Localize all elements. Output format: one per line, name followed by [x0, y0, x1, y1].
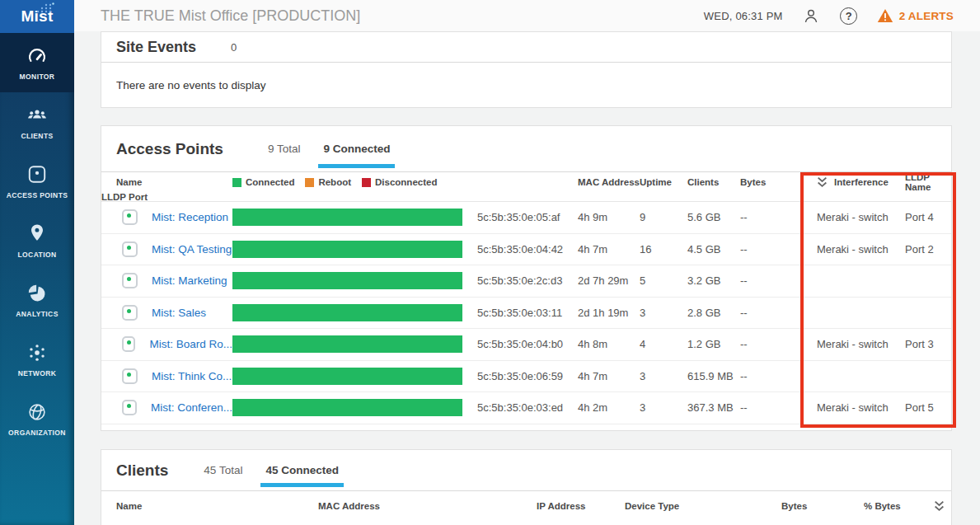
col-lldp-name[interactable]: LLDP Name — [905, 172, 951, 192]
double-chevron-down-icon[interactable] — [817, 176, 828, 188]
alerts-count-label: 2 ALERTS — [899, 10, 954, 22]
ap-name-link[interactable]: Mist: Sales — [152, 307, 206, 319]
col-bytes[interactable]: Bytes — [781, 501, 864, 511]
ap-table-header: Name Connected Reboot Disconnected MAC A… — [101, 172, 951, 202]
bytes: 1.2 GB — [687, 338, 740, 350]
ap-status-icon — [122, 400, 137, 415]
site-events-title-row: Site Events 0 — [101, 32, 951, 63]
ap-name-link[interactable]: Mist: Marketing — [152, 274, 227, 287]
tab-clients-connected[interactable]: 45 Connected — [260, 450, 344, 490]
connected-status-bar — [232, 209, 462, 226]
clients-table-header: Name MAC Address IP Address Device Type … — [101, 491, 951, 521]
lldp-port: Port 3 — [905, 338, 951, 350]
clients-count: 5 — [640, 274, 687, 287]
alerts-button[interactable]: 2 ALERTS — [877, 8, 954, 23]
legend-connected: Connected — [232, 177, 294, 187]
ap-status-icon — [122, 368, 138, 384]
ap-name-link[interactable]: Mist: Board Ro... — [149, 338, 232, 350]
reboot-swatch — [305, 178, 314, 187]
mac-address: 5c:5b:35:0e:04:42 — [477, 243, 578, 255]
interference: -- — [740, 307, 817, 319]
connected-status-bar — [232, 304, 462, 321]
sidebar-item-network[interactable]: NETWORK — [0, 330, 74, 389]
col-lldp-port[interactable]: LLDP Port — [101, 192, 232, 202]
sidebar: Mist MONITOR — [0, 0, 74, 525]
table-row: Mist: Marketing 5c:5b:35:0e:2c:d3 2d 7h … — [101, 265, 951, 298]
sidebar-item-label: CLIENTS — [21, 132, 53, 140]
sidebar-item-clients[interactable]: CLIENTS — [0, 92, 74, 152]
sidebar-item-organization[interactable]: ORGANIZATION — [0, 389, 74, 448]
col-device-type[interactable]: Device Type — [625, 501, 781, 511]
uptime: 4h 7m — [578, 243, 640, 255]
bytes: 367.3 MB — [687, 401, 740, 414]
col-interference[interactable]: Interference — [834, 177, 889, 187]
ap-status-icon — [122, 305, 138, 321]
connected-swatch — [232, 178, 241, 187]
site-events-empty-message: There are no events to display — [101, 63, 951, 108]
clients-title-row: Clients 45 Total 45 Connected — [101, 450, 951, 491]
sidebar-item-analytics[interactable]: ANALYTICS — [0, 270, 74, 330]
lldp-name: Meraki - switch — [817, 211, 905, 223]
uptime: 4h 8m — [578, 338, 640, 350]
lldp-port: Port 4 — [905, 211, 951, 223]
sidebar-nav: MONITOR CLIENTS — [0, 33, 74, 448]
double-chevron-down-icon[interactable] — [934, 500, 945, 512]
table-row: Mist: Board Ro... 5c:5b:35:0e:04:b0 4h 8… — [101, 329, 951, 361]
col-name[interactable]: Name — [101, 177, 232, 187]
lldp-port: Port 5 — [905, 401, 951, 414]
col-name[interactable]: Name — [116, 501, 318, 511]
interference: -- — [740, 274, 817, 287]
ap-name-link[interactable]: Mist: Think Co... — [152, 370, 232, 382]
access-points-title: Access Points — [116, 140, 223, 158]
ap-name-link[interactable]: Mist: Conferen... — [151, 401, 232, 414]
table-row: Mist: Think Co... 5c:5b:35:0e:06:59 4h 7… — [101, 361, 951, 393]
help-icon[interactable]: ? — [839, 6, 859, 26]
sidebar-item-location[interactable]: LOCATION — [0, 211, 74, 270]
disconnected-swatch — [362, 178, 371, 187]
col-mac[interactable]: MAC Address — [318, 501, 537, 511]
tab-ap-total[interactable]: 9 Total — [263, 126, 306, 171]
clients-count: 3 — [640, 307, 687, 319]
clients-title: Clients — [116, 462, 168, 480]
table-row: Mist: Sales 5c:5b:35:0e:03:11 2d 1h 19m … — [101, 298, 951, 330]
mac-address: 5c:5b:35:0e:04:b0 — [477, 338, 578, 350]
col-ip[interactable]: IP Address — [537, 501, 625, 511]
col-clients[interactable]: Clients — [687, 177, 740, 187]
col-pct-bytes[interactable]: % Bytes — [864, 501, 934, 511]
sidebar-item-monitor[interactable]: MONITOR — [0, 33, 74, 92]
uptime: 2d 7h 29m — [578, 274, 640, 287]
col-bytes[interactable]: Bytes — [740, 177, 817, 187]
mac-address: 5c:5b:35:0e:03:ed — [477, 401, 578, 414]
lldp-name: Meraki - switch — [817, 401, 905, 414]
col-uptime[interactable]: Uptime — [640, 177, 687, 187]
top-header: THE TRUE Mist Office [PRODUCTION] WED, 0… — [74, 0, 980, 31]
clients-count: 9 — [640, 211, 687, 223]
bytes: 2.8 GB — [687, 307, 740, 319]
clients-count: 16 — [640, 243, 687, 255]
mist-logo[interactable]: Mist — [0, 0, 74, 33]
lldp-port: Port 2 — [905, 243, 951, 255]
sidebar-item-access-points[interactable]: ACCESS POINTS — [0, 152, 74, 211]
uptime: 4h 2m — [578, 401, 640, 414]
sidebar-item-label: ACCESS POINTS — [7, 191, 68, 199]
sidebar-item-label: LOCATION — [18, 251, 57, 259]
sidebar-item-label: ANALYTICS — [16, 310, 58, 318]
connected-status-bar — [232, 335, 462, 353]
col-mac[interactable]: MAC Address — [578, 177, 640, 187]
user-account-icon[interactable] — [801, 6, 821, 26]
tab-clients-total[interactable]: 45 Total — [199, 450, 247, 490]
interference: -- — [740, 243, 817, 255]
ap-status-icon — [122, 209, 138, 225]
ap-status-icon — [122, 336, 135, 352]
ap-name-link[interactable]: Mist: Reception — [152, 211, 228, 223]
datetime-label: WED, 06:31 PM — [704, 10, 783, 22]
location-pin-icon — [26, 223, 48, 245]
mac-address: 5c:5b:35:0e:05:af — [477, 211, 578, 223]
gauge-icon — [26, 45, 48, 67]
bytes: 3.2 GB — [687, 274, 740, 287]
alert-triangle-icon — [877, 8, 893, 23]
ap-name-link[interactable]: Mist: QA Testing — [152, 243, 232, 255]
clients-count: 4 — [640, 338, 687, 350]
site-events-count: 0 — [231, 41, 237, 54]
tab-ap-connected[interactable]: 9 Connected — [318, 126, 395, 171]
